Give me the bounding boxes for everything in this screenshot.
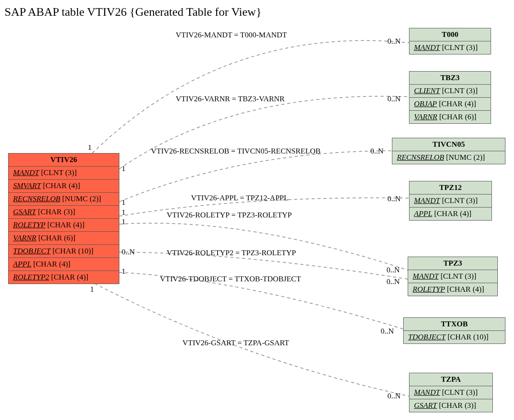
entity-vtiv26: VTIV26 MANDT [CLNT (3)] SMVART [CHAR (4)…	[8, 153, 119, 284]
cardinality-label: 0..N	[370, 147, 383, 156]
edge-label: VTIV26-RECNSRELOB = TIVCN05-RECNSRELOB	[151, 147, 321, 156]
entity-header: TBZ3	[409, 72, 491, 85]
entity-ttxob: TTXOB TDOBJECT [CHAR (10)]	[403, 317, 505, 344]
cardinality-label: 0..N	[387, 95, 400, 104]
page-title: SAP ABAP table VTIV26 {Generated Table f…	[5, 5, 262, 19]
entity-field: MANDT [CLNT (3)]	[408, 270, 497, 283]
cardinality-label: 1	[122, 267, 126, 276]
cardinality-label: 1	[122, 217, 126, 226]
entity-tbz3: TBZ3 CLIENT [CLNT (3)] OBJAP [CHAR (4)] …	[409, 71, 491, 124]
entity-field: APPL [CHAR (4)]	[9, 258, 119, 271]
entity-tzpa: TZPA MANDT [CLNT (3)] GSART [CHAR (3)]	[409, 373, 493, 412]
cardinality-label: 1	[122, 198, 126, 207]
cardinality-label: 0..N	[387, 266, 400, 275]
cardinality-label: 1	[122, 164, 126, 173]
entity-field: ROLETYP [CHAR (4)]	[9, 219, 119, 232]
entity-field: GSART [CHAR (3)]	[409, 399, 492, 412]
cardinality-label: 0..N	[381, 327, 394, 336]
entity-field: VARNR [CHAR (6)]	[9, 232, 119, 245]
entity-tivcn05: TIVCN05 RECNSRELOB [NUMC (2)]	[392, 138, 505, 164]
entity-field: RECNSRELOB [NUMC (2)]	[9, 193, 119, 206]
entity-header: TPZ3	[408, 257, 497, 270]
cardinality-label: 0..N	[387, 194, 400, 203]
edge-label: VTIV26-ROLETYP2 = TPZ3-ROLETYP	[167, 248, 296, 257]
entity-header: TZPA	[409, 373, 492, 386]
entity-field: CLIENT [CLNT (3)]	[409, 85, 491, 98]
entity-tpz3: TPZ3 MANDT [CLNT (3)] ROLETYP [CHAR (4)]	[408, 257, 498, 296]
entity-field: OBJAP [CHAR (4)]	[409, 98, 491, 111]
entity-field: TDOBJECT [CHAR (10)]	[9, 245, 119, 258]
entity-field: SMVART [CHAR (4)]	[9, 180, 119, 193]
entity-field: TDOBJECT [CHAR (10)]	[404, 331, 505, 343]
entity-header: T000	[409, 28, 491, 41]
entity-field: APPL [CHAR (4)]	[409, 208, 491, 220]
entity-field: MANDT [CLNT (3)]	[9, 167, 119, 180]
edge-label: VTIV26-VARNR = TBZ3-VARNR	[176, 95, 285, 104]
entity-field: GSART [CHAR (3)]	[9, 206, 119, 219]
edge-label: VTIV26-ROLETYP = TPZ3-ROLETYP	[167, 211, 292, 220]
entity-field: RECNSRELOB [NUMC (2)]	[392, 151, 505, 164]
entity-field: MANDT [CLNT (3)]	[409, 194, 491, 208]
entity-header: TPZ12	[409, 181, 491, 194]
cardinality-label: 1	[122, 208, 126, 217]
edge-label: VTIV26-MANDT = T000-MANDT	[176, 31, 287, 40]
entity-header: TIVCN05	[392, 138, 505, 151]
entity-header: TTXOB	[404, 318, 505, 331]
entity-field: ROLETYP2 [CHAR (4)]	[9, 271, 119, 284]
entity-field: VARNR [CHAR (6)]	[409, 111, 491, 123]
entity-header: VTIV26	[9, 154, 119, 167]
cardinality-label: 0..N	[387, 392, 400, 401]
edge-label: VTIV26-APPL = TPZ12-APPL	[191, 194, 288, 203]
cardinality-label: 1	[88, 143, 92, 152]
edge-label: VTIV26-GSART = TZPA-GSART	[182, 339, 289, 348]
entity-tpz12: TPZ12 MANDT [CLNT (3)] APPL [CHAR (4)]	[409, 181, 492, 221]
entity-field: ROLETYP [CHAR (4)]	[408, 283, 497, 296]
entity-t000: T000 MANDT [CLNT (3)]	[409, 28, 491, 54]
entity-field: MANDT [CLNT (3)]	[409, 41, 491, 54]
cardinality-label: 0..N	[122, 248, 135, 257]
cardinality-label: 0..N	[387, 37, 400, 46]
entity-field: MANDT [CLNT (3)]	[409, 386, 492, 399]
cardinality-label: 1	[90, 285, 94, 294]
edge-label: VTIV26-TDOBJECT = TTXOB-TDOBJECT	[160, 275, 301, 284]
cardinality-label: 0..N	[387, 277, 400, 286]
